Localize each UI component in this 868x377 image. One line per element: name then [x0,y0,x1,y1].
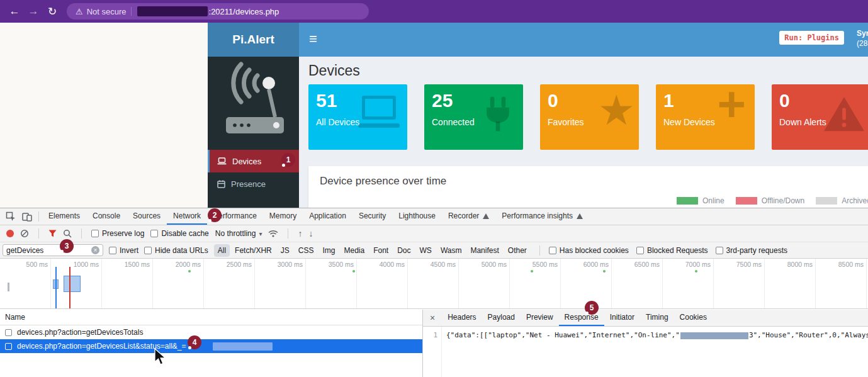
timeline-tick-label: 3000 ms [255,259,306,308]
network-filter-checkbox[interactable]: Blocked Requests [636,246,708,255]
devtools-tab[interactable]: Memory [263,208,303,225]
request-checkbox[interactable] [5,329,12,336]
detail-tab[interactable]: Cookies [674,310,713,326]
network-overview-timeline[interactable]: 500 ms 1000 ms 1500 ms 2000 ms 2500 ms 3… [0,259,868,309]
divider [38,211,39,222]
device-toolbar-icon[interactable] [19,208,35,225]
resource-type-filter[interactable]: Fetch/XHR [231,244,276,257]
checkbox[interactable] [716,247,723,254]
resource-type-filter[interactable]: Media [340,244,368,257]
main-content: Devices 51 All Devices [299,57,868,208]
checkbox[interactable] [91,230,99,237]
filter-input-value: getDevices [6,246,89,255]
network-toolbar: Preserve log Disable cache No throttling… [0,225,868,242]
devtools-tab[interactable]: Network [167,208,207,225]
plus-icon: + [717,84,746,128]
detail-tab[interactable]: Response [559,310,604,326]
detail-tab[interactable]: Headers [442,310,482,326]
checkbox[interactable] [144,247,152,254]
checkbox[interactable] [150,230,158,237]
network-filter-checkbox[interactable]: Has blocked cookies [549,246,629,255]
checkbox-label: Blocked Requests [647,246,708,255]
app-header: ≡ Run: Plugins Sym (28, [299,23,868,57]
invert-checkbox[interactable]: Invert [109,246,138,255]
star-icon: ★ [598,89,635,131]
network-request-row[interactable]: devices.php?action=getDevicesTotals [0,325,422,339]
devtools-tab[interactable]: Application [303,208,352,225]
checkbox[interactable] [109,247,116,254]
resource-type-filter[interactable]: Wasm [437,244,466,257]
resource-type-filter[interactable]: Other [504,244,531,257]
export-har-icon[interactable]: ↑ [298,229,302,238]
search-icon[interactable] [63,229,72,238]
filter-icon[interactable] [48,230,57,237]
devtools-tab[interactable]: Lighthouse [392,208,442,225]
timeline-tick-label: 8500 ms [816,259,867,308]
checkbox[interactable] [549,247,556,254]
timeline-tick-label: 5000 ms [459,259,510,308]
timeline-tick-label: 7500 ms [714,259,765,308]
resource-type-filter[interactable]: Img [318,244,339,257]
brand-logo[interactable]: Pi.Alert [208,23,299,57]
network-request-row[interactable]: devices.php?action=getDevicesList&status… [0,339,422,353]
resource-type-filter[interactable]: JS [277,244,293,257]
throttling-dropdown[interactable]: No throttling ▾ [215,229,262,238]
mouse-cursor [154,348,167,366]
disable-cache-checkbox[interactable]: Disable cache [150,229,208,238]
detail-tab[interactable]: Preview [521,310,559,326]
request-checkbox[interactable] [5,343,12,350]
reload-icon[interactable]: ↻ [43,5,62,18]
address-bar[interactable]: ⚠ Not secure :20211/devices.php [67,3,369,20]
detail-tab[interactable]: Timing [640,310,674,326]
response-viewer[interactable]: 1 {"data":[["laptop","Net - Huawei","Int… [423,327,868,377]
timeline-request-dot [695,270,697,273]
detail-tab[interactable]: Payload [482,310,521,326]
sidebar-item-presence[interactable]: Presence [208,172,299,195]
devtools-tab[interactable]: Recorder [442,208,495,225]
inspect-element-icon[interactable] [3,208,19,225]
devtools-tab[interactable]: Elements [42,208,86,225]
requests-table: Name devices.php?action=getDevicesTotals… [0,310,423,377]
stat-card-all-devices[interactable]: 51 All Devices [308,84,407,150]
stat-card-connected[interactable]: 25 Connected [424,84,523,150]
detail-tab[interactable]: Initiator [604,310,640,326]
devtools-tab[interactable]: Console [86,208,127,225]
back-icon[interactable]: ← [5,5,24,18]
resource-type-filter[interactable]: WS [416,244,436,257]
preserve-log-checkbox[interactable]: Preserve log [91,229,144,238]
network-filter-bar: getDevices × Invert Hide data URLs All F… [0,242,868,259]
record-button[interactable] [6,230,14,237]
stat-card-favorites[interactable]: 0 ★ Favorites [540,84,639,150]
forward-icon[interactable]: → [24,5,43,18]
resource-type-filter[interactable]: Manifest [466,244,502,257]
checkbox[interactable] [636,247,644,254]
resource-type-filter[interactable]: Doc [393,244,414,257]
import-har-icon[interactable]: ↓ [308,229,313,238]
devtools-tab[interactable]: Security [352,208,392,225]
filter-input[interactable]: getDevices × [3,244,103,256]
timeline-tick-label: 1500 ms [102,259,153,308]
timeline-tick-label: 3500 ms [306,259,357,308]
legend-item-online: Online [677,196,724,205]
resource-type-filter[interactable]: All [214,244,230,257]
clear-filter-icon[interactable]: × [91,246,99,254]
resource-type-filter[interactable]: CSS [295,244,318,257]
devtools-tab[interactable]: Performance insights [495,208,589,225]
network-filter-checkbox[interactable]: 3rd-party requests [716,246,787,255]
close-icon[interactable]: × [423,313,442,323]
pialert-app: Pi.Alert ≡ Run: Plugins Sym (28, [208,23,868,208]
hide-data-urls-checkbox[interactable]: Hide data URLs [144,246,208,255]
menu-toggle-icon[interactable]: ≡ [309,31,317,47]
screenshot-root: ← → ↻ ⚠ Not secure :20211/devices.php Pi… [0,0,868,377]
checkbox-label: Hide data URLs [155,246,208,255]
user-info[interactable]: Sym (28, [857,28,868,48]
resource-type-filter[interactable]: Font [369,244,392,257]
stat-card-new-devices[interactable]: 1 + New Devices [656,84,755,150]
run-plugins-button[interactable]: Run: Plugins [779,31,844,45]
devtools-tab-label: Console [93,211,120,220]
clear-icon[interactable] [20,229,29,238]
stat-card-down-alerts[interactable]: 0 Down Alerts [772,84,868,150]
network-conditions-icon[interactable] [268,230,278,237]
devtools-tab[interactable]: Sources [127,208,167,225]
requests-name-header[interactable]: Name [0,310,422,325]
